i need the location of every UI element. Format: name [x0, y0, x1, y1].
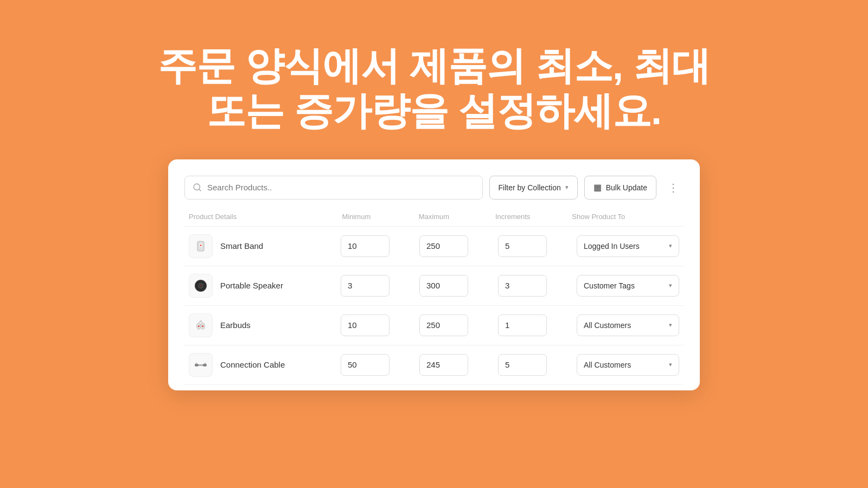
filter-by-collection-button[interactable]: Filter by Collection ▾ — [489, 176, 578, 200]
table-row: Smart Band Logged In Users ▾ — [184, 227, 684, 266]
filter-label: Filter by Collection — [499, 183, 561, 192]
chevron-down-icon: ▾ — [669, 361, 672, 368]
more-options-button[interactable]: ⋮ — [663, 176, 684, 200]
product-info: Connection Cable — [189, 353, 335, 377]
svg-rect-18 — [203, 364, 207, 366]
maximum-input[interactable] — [419, 275, 468, 297]
table-row: Connection Cable All Customers ▾ — [184, 345, 684, 385]
increments-input[interactable] — [498, 275, 547, 297]
show-to-value: All Customers — [584, 361, 631, 369]
col-increments: Increments — [495, 213, 572, 221]
svg-point-15 — [202, 325, 203, 327]
hero-title: 주문 양식에서 제품의 최소, 최대 또는 증가량을 설정하세요. — [136, 43, 732, 133]
search-box — [184, 176, 483, 200]
chevron-down-icon: ▾ — [669, 242, 672, 249]
product-name: Portable Speaker — [220, 281, 283, 290]
svg-point-4 — [200, 245, 202, 246]
ellipsis-icon: ⋮ — [668, 181, 679, 194]
chevron-down-icon: ▾ — [669, 282, 672, 289]
show-product-to-dropdown[interactable]: Customer Tags ▾ — [577, 275, 679, 297]
show-to-value: Logged In Users — [584, 242, 640, 251]
product-name: Smart Band — [220, 241, 263, 251]
maximum-input[interactable] — [419, 354, 468, 376]
increments-input[interactable] — [498, 314, 547, 336]
product-info: Earbuds — [189, 313, 335, 337]
col-maximum: Maximum — [419, 213, 495, 221]
minimum-input[interactable] — [341, 235, 390, 257]
toolbar: Filter by Collection ▾ ▦ Bulk Update ⋮ — [184, 176, 684, 200]
increments-input[interactable] — [498, 354, 547, 376]
minimum-input[interactable] — [341, 354, 390, 376]
table-header: Product Details Minimum Maximum Incremen… — [184, 213, 684, 227]
svg-point-13 — [200, 320, 202, 322]
maximum-input[interactable] — [419, 235, 468, 257]
search-icon — [193, 183, 202, 192]
bulk-label: Bulk Update — [606, 183, 647, 192]
product-info: Portable Speaker — [189, 274, 335, 298]
minimum-input[interactable] — [341, 275, 390, 297]
svg-point-8 — [200, 285, 201, 286]
chevron-down-icon: ▾ — [565, 184, 569, 191]
product-image — [189, 313, 213, 337]
product-image — [189, 234, 213, 258]
grid-icon: ▦ — [593, 182, 602, 192]
main-panel: Filter by Collection ▾ ▦ Bulk Update ⋮ P… — [168, 159, 700, 390]
search-input[interactable] — [207, 183, 475, 192]
table-row: Portable Speaker Customer Tags ▾ — [184, 266, 684, 306]
show-product-to-dropdown[interactable]: Logged In Users ▾ — [577, 235, 679, 257]
table-body: Smart Band Logged In Users ▾ Portable Sp… — [184, 227, 684, 385]
chevron-down-icon: ▾ — [669, 322, 672, 329]
show-to-value: All Customers — [584, 321, 631, 330]
svg-line-1 — [199, 189, 201, 191]
show-to-value: Customer Tags — [584, 281, 635, 290]
product-info: Smart Band — [189, 234, 335, 258]
bulk-update-button[interactable]: ▦ Bulk Update — [584, 176, 656, 200]
product-image — [189, 353, 213, 377]
minimum-input[interactable] — [341, 314, 390, 336]
product-image — [189, 274, 213, 298]
col-product: Product Details — [189, 213, 342, 221]
maximum-input[interactable] — [419, 314, 468, 336]
col-minimum: Minimum — [342, 213, 419, 221]
svg-point-14 — [198, 325, 200, 327]
show-product-to-dropdown[interactable]: All Customers ▾ — [577, 354, 679, 376]
table-row: Earbuds All Customers ▾ — [184, 306, 684, 345]
show-product-to-dropdown[interactable]: All Customers ▾ — [577, 314, 679, 336]
product-name: Earbuds — [220, 320, 251, 330]
col-show-to: Show Product To — [572, 213, 679, 221]
product-name: Connection Cable — [220, 360, 285, 369]
increments-input[interactable] — [498, 235, 547, 257]
